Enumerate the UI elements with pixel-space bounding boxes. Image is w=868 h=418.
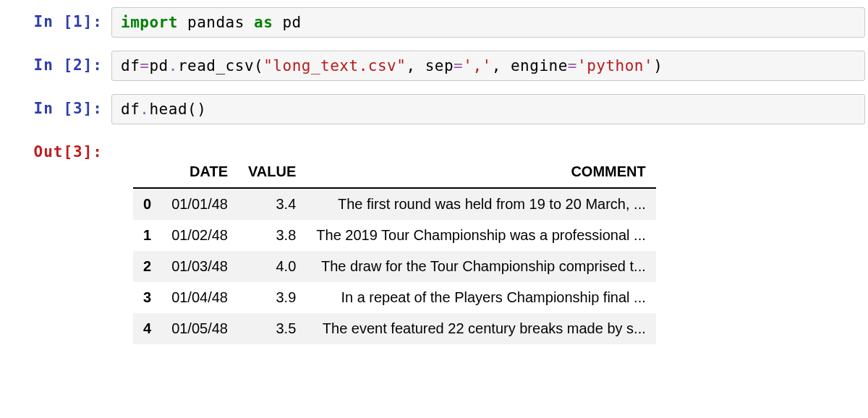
code-token: ()	[187, 101, 206, 118]
table-row: 2 01/03/48 4.0 The draw for the Tour Cha…	[133, 251, 656, 282]
output-prompt: Out[3]:	[3, 137, 111, 166]
cell-date: 01/02/48	[161, 220, 238, 251]
notebook-output: Out[3]: DATE VALUE COMMENT 0 01/01/48 3.…	[3, 137, 865, 349]
code-token: 'python'	[577, 57, 653, 74]
row-index: 0	[133, 188, 161, 220]
code-token: , sep	[406, 57, 454, 74]
table-row: 1 01/02/48 3.8 The 2019 Tour Championshi…	[133, 220, 656, 251]
code-input[interactable]: df=pd.read_csv("long_text.csv", sep=',',…	[111, 51, 865, 81]
dataframe-table: DATE VALUE COMMENT 0 01/01/48 3.4 The fi…	[133, 156, 656, 344]
code-token: .	[140, 101, 149, 118]
cell-value: 3.9	[238, 282, 306, 313]
notebook-cell: In [1]: import pandas as pd	[3, 7, 865, 38]
code-token: ','	[463, 57, 491, 74]
code-token: (	[254, 57, 263, 74]
notebook-cell: In [2]: df=pd.read_csv("long_text.csv", …	[3, 51, 865, 81]
index-header	[133, 156, 161, 188]
code-token: =	[454, 57, 463, 74]
column-header: COMMENT	[306, 156, 655, 188]
row-index: 1	[133, 220, 161, 251]
cell-date: 01/05/48	[161, 313, 238, 344]
input-prompt: In [2]:	[3, 51, 111, 80]
cell-value: 3.4	[238, 188, 306, 220]
cell-comment: The event featured 22 century breaks mad…	[306, 313, 655, 344]
code-token: read_csv	[178, 57, 254, 74]
cell-value: 3.5	[238, 313, 306, 344]
cell-date: 01/04/48	[161, 282, 238, 313]
code-token: head	[149, 101, 187, 118]
cell-date: 01/03/48	[161, 251, 238, 282]
column-header: DATE	[161, 156, 238, 188]
code-token: "long_text.csv"	[263, 57, 406, 74]
code-token: pd	[149, 57, 168, 74]
row-index: 4	[133, 313, 161, 344]
cell-value: 3.8	[238, 220, 306, 251]
code-token: import	[121, 14, 178, 31]
input-prompt: In [1]:	[3, 7, 111, 36]
row-index: 3	[133, 282, 161, 313]
code-token: , engine	[492, 57, 568, 74]
code-token: df	[121, 101, 140, 118]
code-token: =	[140, 57, 149, 74]
code-token: .	[169, 57, 178, 74]
cell-date: 01/01/48	[161, 188, 238, 220]
cell-value: 4.0	[238, 251, 306, 282]
column-header: VALUE	[238, 156, 306, 188]
code-token: pd	[273, 14, 301, 31]
cell-comment: The 2019 Tour Championship was a profess…	[306, 220, 655, 251]
code-token: )	[653, 57, 663, 74]
notebook-cell: In [3]: df.head()	[3, 94, 865, 124]
row-index: 2	[133, 251, 161, 282]
code-token: as	[254, 14, 273, 31]
cell-comment: In a repeat of the Players Championship …	[306, 282, 655, 313]
code-token: df	[121, 57, 140, 74]
code-input[interactable]: df.head()	[111, 94, 865, 124]
table-row: 0 01/01/48 3.4 The first round was held …	[133, 188, 656, 220]
cell-comment: The first round was held from 19 to 20 M…	[306, 188, 655, 220]
cell-comment: The draw for the Tour Championship compr…	[306, 251, 655, 282]
code-token: pandas	[178, 14, 254, 31]
table-row: 4 01/05/48 3.5 The event featured 22 cen…	[133, 313, 656, 344]
input-prompt: In [3]:	[3, 94, 111, 123]
code-input[interactable]: import pandas as pd	[111, 7, 865, 38]
output-area: DATE VALUE COMMENT 0 01/01/48 3.4 The fi…	[111, 137, 865, 349]
table-row: 3 01/04/48 3.9 In a repeat of the Player…	[133, 282, 656, 313]
code-token: =	[568, 57, 577, 74]
